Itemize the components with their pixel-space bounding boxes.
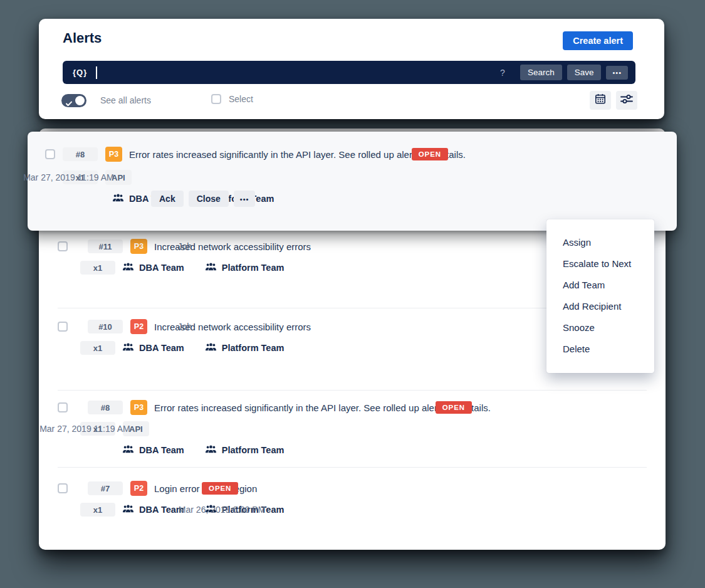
alert-id-badge: #8 (63, 147, 98, 161)
alert-timestamp: Mar 27, 2019 11:19 AM (23, 172, 114, 182)
alert-actions: Ack Close ••• (151, 191, 255, 207)
calendar-icon (595, 93, 606, 107)
alert-timestamp: Mar 26, 2019 6:00 PM (179, 505, 266, 515)
alert-id-badge: #11 (88, 239, 123, 253)
users-icon (113, 194, 123, 204)
menu-item-escalate[interactable]: Escalate to Next (546, 253, 654, 274)
team-chip[interactable]: Platform Team (206, 343, 285, 354)
users-icon (123, 263, 133, 273)
priority-badge: P2 (130, 319, 147, 334)
row-checkbox[interactable] (58, 322, 68, 332)
status-badge: OPEN (412, 148, 448, 160)
priority-badge: P2 (130, 481, 147, 496)
row-checkbox[interactable] (45, 149, 55, 159)
users-icon (123, 445, 133, 456)
menu-item-assign[interactable]: Assign (546, 231, 654, 253)
users-icon (206, 343, 216, 354)
priority-badge: P3 (105, 147, 122, 162)
list-settings-button[interactable] (616, 91, 637, 110)
status-badge: OPEN (436, 401, 472, 414)
alert-id-badge: #7 (88, 481, 123, 495)
search-more-button[interactable]: ••• (606, 66, 628, 80)
search-help-link[interactable]: ? (500, 68, 505, 78)
team-chip[interactable]: Platform Team (206, 263, 285, 273)
menu-item-add-team[interactable]: Add Team (546, 274, 654, 295)
search-query-input[interactable]: {Q} ? Search Save ••• (63, 61, 635, 84)
date-range-button[interactable] (590, 91, 611, 110)
query-syntax-icon: {Q} (73, 68, 87, 77)
alert-id-badge: #10 (88, 320, 123, 333)
team-chip[interactable]: DBA Team (123, 445, 184, 456)
users-icon (123, 343, 133, 354)
header-panel: Alerts Create alert {Q} ? Search Save ••… (39, 19, 664, 119)
menu-item-snooze[interactable]: Snooze (546, 317, 654, 338)
team-name: Platform Team (222, 343, 285, 353)
alert-id-badge: #8 (88, 401, 123, 414)
alert-row[interactable]: #7 P2 Login error on EU region OPEN x1 D… (39, 467, 666, 550)
row-checkbox[interactable] (58, 241, 68, 251)
users-icon (206, 263, 216, 273)
toggle-knob (75, 96, 85, 105)
team-name: DBA Team (139, 263, 184, 273)
search-button[interactable]: Search (520, 65, 562, 80)
alert-teams: DBA Team Platform Team (123, 445, 284, 456)
status-badge: OPEN (202, 482, 238, 495)
row-checkbox[interactable] (58, 483, 68, 493)
see-all-alerts-label: See all alerts (100, 95, 151, 105)
users-icon (206, 445, 216, 456)
select-mode-control: Select (211, 94, 253, 104)
alert-owner-partial: Joh (178, 241, 192, 251)
alert-timestamp: Mar 27, 2019 11:19 AM (39, 424, 130, 434)
alert-row[interactable]: #8 P3 Error rates increased significantl… (39, 390, 666, 467)
menu-item-add-recipient[interactable]: Add Recipient (546, 295, 654, 317)
alert-teams: DBA Team Platform Team (123, 343, 284, 354)
team-name: Platform Team (222, 263, 285, 273)
alert-owner-partial: Joh (178, 322, 192, 332)
alert-actions-menu: Assign Escalate to Next Add Team Add Rec… (546, 219, 654, 373)
team-chip[interactable]: DBA Team (123, 505, 184, 515)
alert-count-badge: x1 (80, 261, 115, 275)
filter-toolbar: See all alerts Select (61, 90, 637, 112)
sliders-icon (620, 94, 633, 107)
users-icon (123, 505, 133, 515)
text-cursor (96, 66, 97, 79)
team-name: DBA Team (139, 505, 184, 515)
row-checkbox[interactable] (58, 402, 68, 412)
check-icon (66, 98, 72, 109)
team-name: DBA Team (139, 343, 184, 353)
select-checkbox[interactable] (211, 94, 221, 104)
see-all-alerts-toggle[interactable] (61, 94, 86, 107)
team-chip[interactable]: DBA Team (123, 263, 184, 273)
alert-count-badge: x1 (80, 503, 115, 517)
priority-badge: P3 (130, 239, 147, 254)
ack-button[interactable]: Ack (151, 191, 184, 207)
more-actions-button[interactable]: ••• (234, 191, 256, 207)
alerts-page: Alerts Create alert {Q} ? Search Save ••… (0, 0, 705, 588)
team-chip[interactable]: Platform Team (206, 445, 285, 456)
page-title: Alerts (63, 30, 102, 46)
team-chip[interactable]: DBA Team (123, 343, 184, 354)
team-name: Platform Team (222, 445, 285, 455)
alert-teams: DBA Team Platform Team (123, 263, 284, 273)
team-name: DBA Team (139, 445, 184, 455)
select-label: Select (229, 94, 253, 104)
focused-alert-card[interactable]: #8 P3 Error rates increased significantl… (28, 132, 677, 231)
menu-item-delete[interactable]: Delete (546, 338, 654, 359)
alert-count-badge: x1 (80, 341, 115, 355)
save-search-button[interactable]: Save (567, 65, 602, 80)
close-button[interactable]: Close (189, 191, 229, 207)
create-alert-button[interactable]: Create alert (563, 31, 633, 50)
priority-badge: P3 (130, 400, 147, 415)
